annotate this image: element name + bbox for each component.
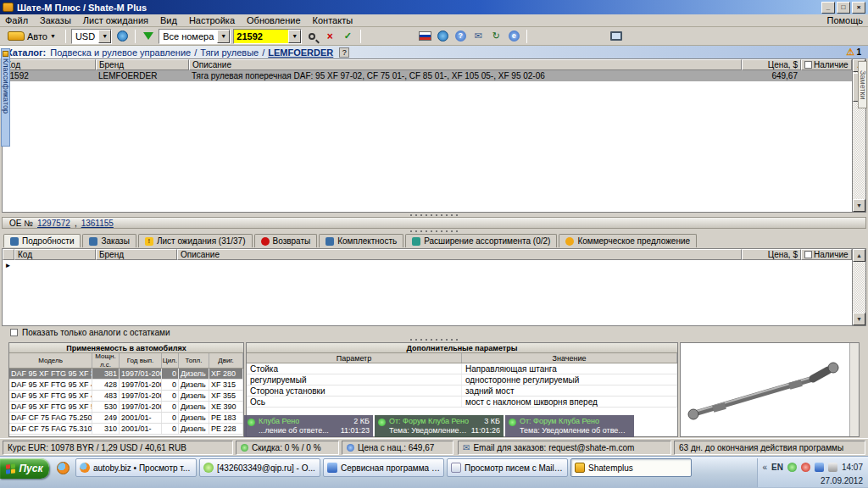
classifier-side-tab[interactable]: Классификатор (1, 48, 10, 147)
column-power[interactable]: Мощн. л.с. (92, 353, 120, 368)
refresh-icon[interactable]: ↻ (488, 29, 504, 44)
column-brand[interactable]: Бренд (96, 59, 189, 70)
maximize-button[interactable]: □ (837, 2, 850, 14)
applicability-row[interactable]: DAF 95 XF FTG 95 XF 43 428 1997/01-200 0… (9, 380, 243, 391)
applicability-row[interactable]: DAF 95 XF FTG 95 XF 38 381 1997/01-200 0… (9, 369, 243, 380)
taskbar-item-qip[interactable]: [432603349@qip.ru] - O... (199, 458, 320, 477)
filter-funnel-icon[interactable] (141, 29, 156, 44)
tray-clock[interactable]: 14:07 (842, 463, 863, 472)
column-availability[interactable]: Наличие (801, 249, 852, 260)
search-icon[interactable] (304, 29, 320, 44)
help-icon[interactable]: ? (453, 29, 468, 44)
column-code[interactable]: Код (3, 59, 96, 70)
menu-settings[interactable]: Настройка (189, 15, 235, 25)
breadcrumb-link-rods[interactable]: Тяги рулевые (200, 47, 259, 58)
tab-returns[interactable]: Возвраты (254, 234, 318, 247)
monitor-icon[interactable] (609, 29, 624, 44)
menu-view[interactable]: Вид (160, 15, 177, 25)
applicability-row[interactable]: DAF CF 75 FAG 75.250, 249 2001/01- 0 Диз… (9, 413, 243, 424)
table-row[interactable]: ► (3, 260, 852, 271)
menu-update[interactable]: Обновление (247, 15, 301, 25)
taskbar-item-browser[interactable]: autoby.biz • Просмотр т... (75, 458, 197, 477)
breadcrumb-link-suspension[interactable]: Подвеска и рулевое управление (50, 47, 191, 58)
auto-dropdown-button[interactable]: Авто ▼ (3, 29, 60, 44)
availability-checkbox[interactable] (804, 61, 812, 69)
menu-file[interactable]: Файл (5, 15, 28, 25)
column-description[interactable]: Описание (189, 59, 742, 70)
tray-messenger-icon[interactable] (801, 463, 810, 472)
scroll-down-icon[interactable]: ▼ (853, 313, 865, 325)
start-button[interactable]: Пуск (0, 458, 49, 479)
tab-waitlist[interactable]: !Лист ожидания (31/37) (138, 234, 253, 247)
menu-orders[interactable]: Заказы (40, 15, 71, 25)
currency-select[interactable]: USD ▼ (71, 29, 112, 44)
mail-notification-icon (509, 419, 516, 426)
mail-notification[interactable]: Клуба Рено2 КБ ...ление об ответе...11:0… (244, 415, 373, 437)
availability-checkbox[interactable] (804, 251, 812, 258)
notes-side-tab[interactable]: Заметки (858, 61, 867, 108)
menu-contacts[interactable]: Контакты (313, 15, 353, 25)
show-analogs-checkbox[interactable] (10, 329, 18, 336)
tab-orders[interactable]: Заказы (82, 234, 136, 247)
analogs-scrollbar[interactable]: ▲ ▼ (852, 249, 865, 325)
splitter-handle[interactable] (0, 337, 868, 341)
info-icon[interactable]: e (506, 29, 521, 44)
column-availability[interactable]: Наличие (801, 59, 852, 70)
search-input[interactable] (234, 31, 288, 42)
taskbar-item-mail[interactable]: Просмотр писем с Mail Ti... (447, 458, 568, 477)
image-scrollbar[interactable] (849, 343, 859, 436)
column-value[interactable]: Значение (462, 353, 677, 363)
column-year[interactable]: Год вып. (120, 353, 162, 368)
column-price[interactable]: Цена, $ (742, 59, 801, 70)
column-code[interactable]: Код (14, 249, 96, 260)
clear-search-icon[interactable]: × (322, 29, 337, 44)
tab-assortment[interactable]: Расширение ассортимента (0/2) (405, 234, 557, 247)
quick-launch-browser[interactable] (53, 458, 73, 477)
chevron-down-icon[interactable]: ▼ (217, 30, 230, 43)
language-indicator[interactable]: EN (771, 463, 783, 472)
scroll-down-icon[interactable]: ▼ (853, 199, 865, 212)
exchange-icon[interactable] (114, 29, 130, 44)
oe-link[interactable]: 1361155 (81, 219, 114, 228)
column-price[interactable]: Цена, $ (742, 249, 801, 260)
scroll-up-icon[interactable]: ▲ (853, 249, 865, 262)
applicability-row[interactable]: DAF 95 XF FTG 95 XF 53 530 1997/01-200 0… (9, 402, 243, 413)
menu-help[interactable]: Помощь (827, 15, 864, 25)
column-description[interactable]: Описание (177, 249, 742, 260)
tab-commercial[interactable]: Коммерческое предложение (559, 234, 697, 247)
table-row[interactable]: 21592 LEMFOERDER Тяга рулевая поперечная… (3, 70, 852, 81)
flag-ru-icon[interactable] (417, 29, 432, 44)
column-parameter[interactable]: Параметр (247, 353, 462, 363)
tray-antivirus-icon[interactable] (787, 463, 797, 472)
breadcrumb-link-brand[interactable]: LEMFOERDER (268, 47, 333, 58)
applicability-row[interactable]: DAF 95 XF FTG 95 XF 48 483 1997/01-200 0… (9, 391, 243, 402)
column-cylinders[interactable]: Цил. (162, 353, 179, 368)
apply-icon[interactable]: ✓ (340, 29, 355, 44)
tab-completeness[interactable]: Комплектность (319, 234, 403, 247)
column-brand[interactable]: Бренд (96, 249, 177, 260)
mail-icon[interactable]: ✉ (470, 29, 486, 44)
close-button[interactable]: × (852, 2, 865, 14)
applicability-row[interactable]: DAF CF 75 FAG 75.310, 310 2001/01- 0 Диз… (9, 424, 243, 435)
help-icon[interactable]: ? (339, 47, 349, 58)
taskbar-item-shatemplus[interactable]: Shatemplus (570, 458, 692, 477)
tab-details[interactable]: Подробности (3, 234, 81, 247)
minimize-button[interactable]: _ (821, 2, 835, 14)
column-model[interactable]: Модель (9, 353, 92, 368)
chevron-down-icon[interactable]: ▼ (98, 30, 111, 43)
tray-chevron-icon[interactable]: « (763, 463, 768, 472)
column-fuel[interactable]: Топл. (179, 353, 209, 368)
number-type-select[interactable]: Все номера ▼ (159, 29, 231, 44)
alert-badge[interactable]: ⚠ 1 (847, 47, 861, 58)
oe-link[interactable]: 1297572 (37, 219, 70, 228)
mail-notification[interactable]: От: Форум Клуба Рено Тема: Уведомление о… (505, 415, 634, 437)
tray-network-icon[interactable] (815, 463, 824, 472)
globe-icon[interactable] (435, 29, 450, 44)
taskbar-item-service[interactable]: Сервисная программа 3... (323, 458, 444, 477)
mail-notification[interactable]: От: Форум Клуба Рено3 КБ Тема: Уведомлен… (375, 415, 504, 437)
chevron-down-icon[interactable]: ▼ (288, 30, 301, 43)
column-engine[interactable]: Двиг. (209, 353, 243, 368)
menu-waitlist[interactable]: Лист ожидания (83, 15, 148, 25)
search-combo[interactable]: ▼ (233, 29, 302, 44)
tray-volume-icon[interactable] (828, 463, 837, 472)
